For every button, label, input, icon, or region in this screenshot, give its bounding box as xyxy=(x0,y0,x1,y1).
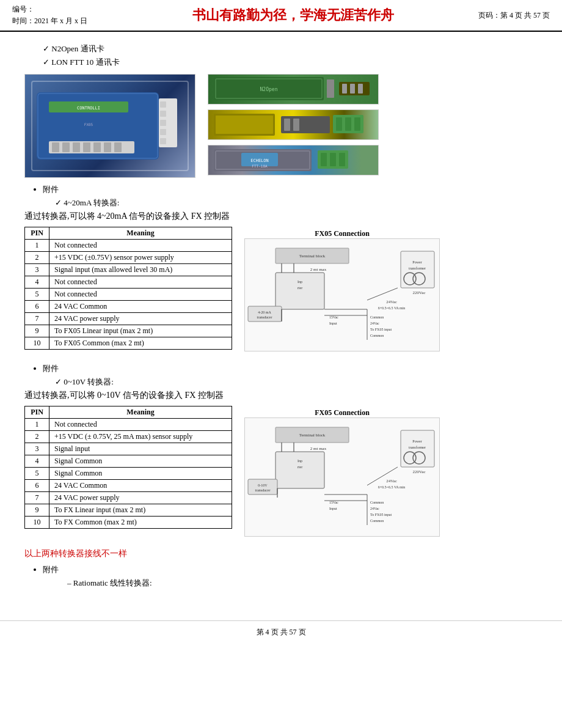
meaning-col-header: Meaning xyxy=(49,227,232,240)
svg-rect-1 xyxy=(38,94,158,158)
page-body: N2Open 通讯卡 LON FTT 10 通讯卡 CONTROLLI xyxy=(0,32,562,608)
section2-desc: 通过转换器,可以将 0~10V 信号的设备接入 FX 控制器 xyxy=(24,390,538,401)
svg-text:24Vac: 24Vac xyxy=(370,507,379,510)
svg-text:Input: Input xyxy=(329,322,337,325)
fx05-connection-svg-1: Terminal block Inp rter 4-20 mA transduc… xyxy=(244,238,440,351)
svg-text:2 mt max: 2 mt max xyxy=(310,446,327,451)
svg-rect-13 xyxy=(73,142,80,152)
table-row: 10To FX Common (max 2 mt) xyxy=(25,517,232,529)
section2-diagram-title: FX05 Connection xyxy=(244,406,440,417)
svg-text:Common: Common xyxy=(370,519,384,523)
svg-text:Inp: Inp xyxy=(297,280,302,284)
section1-diagram-title: FX05 Connection xyxy=(244,227,440,238)
svg-rect-44 xyxy=(339,153,345,166)
section1-bullet-list: 附件 xyxy=(24,184,538,195)
checklist-item-2: LON FTT 10 通讯卡 xyxy=(24,57,538,68)
pin-col-header2: PIN xyxy=(25,406,49,419)
table-row: 624 VAC Common xyxy=(25,480,232,492)
svg-text:Common: Common xyxy=(370,315,384,319)
svg-rect-28 xyxy=(216,116,273,134)
section1-bullet: 附件 xyxy=(43,184,538,195)
svg-rect-11 xyxy=(52,142,59,152)
comm-card-3: ECHELON FTT-10A xyxy=(208,145,379,175)
side-images: N2Open xyxy=(208,74,379,178)
svg-text:220Vac: 220Vac xyxy=(413,469,426,474)
svg-rect-12 xyxy=(62,142,70,152)
svg-text:ECHELON: ECHELON xyxy=(250,158,269,163)
table-row: 3Signal input xyxy=(25,443,232,455)
svg-text:FTT-10A: FTT-10A xyxy=(252,164,268,168)
svg-text:Inp: Inp xyxy=(297,459,302,463)
section3-block: 附件 Ratiomatic 线性转换器: xyxy=(24,564,538,589)
table-row: 10To FX05 Common (max 2 mt) xyxy=(25,337,232,350)
section1-pin-table: PIN Meaning 1Not connected2+15 VDC (±0.7… xyxy=(24,227,232,350)
svg-rect-10 xyxy=(49,141,134,153)
note-red: 以上两种转换器接线不一样 xyxy=(24,548,538,559)
svg-text:0-10V: 0-10V xyxy=(258,483,268,487)
svg-rect-5 xyxy=(160,101,166,108)
svg-text:To FX05 input: To FX05 input xyxy=(370,328,392,331)
svg-rect-35 xyxy=(354,117,360,131)
section1-checkmark: 4~20mA 转换器: xyxy=(55,197,538,208)
fx05-connection-svg-2: Terminal block Inp rter 0-10V transducer xyxy=(244,417,440,537)
svg-text:CONTROLLI: CONTROLLI xyxy=(77,106,100,111)
footer-text: 第 4 页 共 57 页 xyxy=(257,628,306,636)
svg-rect-17 xyxy=(114,142,122,152)
svg-text:4-20 mA: 4-20 mA xyxy=(258,311,271,314)
svg-text:6+0.5=6.5 VA min: 6+0.5=6.5 VA min xyxy=(378,485,406,489)
table-row: 9To FX Linear input (max 2 mt) xyxy=(25,504,232,517)
table-row: 4Not connected xyxy=(25,276,232,289)
page-info: 页码：第 4 页 共 57 页 xyxy=(452,10,550,21)
svg-rect-4 xyxy=(159,98,177,147)
section3-bullet: 附件 xyxy=(43,564,538,575)
svg-text:Common: Common xyxy=(370,501,384,504)
svg-rect-31 xyxy=(293,119,299,131)
mixed-board-svg xyxy=(211,110,376,139)
section2-connection-diagram: FX05 Connection Terminal block Inp rter … xyxy=(244,406,440,539)
svg-text:transformer: transformer xyxy=(409,267,426,270)
svg-text:Common: Common xyxy=(370,334,384,337)
table-row: 3Signal input (max allowed level 30 mA) xyxy=(25,264,232,276)
code-label: 编号： xyxy=(12,4,134,15)
header-left: 编号： 时间：2021 年 x 月 x 日 xyxy=(12,4,134,27)
checklist: N2Open 通讯卡 LON FTT 10 通讯卡 xyxy=(24,43,538,68)
svg-rect-24 xyxy=(342,84,347,94)
svg-text:transducer: transducer xyxy=(255,488,271,492)
section1-connection-diagram: FX05 Connection Terminal block Inp rter … xyxy=(244,227,440,354)
svg-rect-25 xyxy=(350,84,355,94)
svg-text:220Vac: 220Vac xyxy=(413,290,426,295)
svg-text:Power: Power xyxy=(412,439,422,443)
comm-card-1: N2Open xyxy=(208,74,379,105)
svg-rect-9 xyxy=(160,138,166,144)
section2-bullet: 附件 xyxy=(43,363,538,374)
svg-text:FX05: FX05 xyxy=(84,122,93,127)
meaning-col-header2: Meaning xyxy=(49,406,232,419)
svg-line-75 xyxy=(367,288,398,300)
svg-text:transducer: transducer xyxy=(257,315,272,319)
svg-rect-26 xyxy=(358,84,363,94)
svg-rect-34 xyxy=(345,117,351,131)
echelon-board-svg: ECHELON FTT-10A xyxy=(211,145,376,175)
table-row: 5Signal Common xyxy=(25,468,232,480)
pin-col-header: PIN xyxy=(25,227,49,240)
table-row: 2+15 VDC (± 0.75V, 25 mA max) sensor sup… xyxy=(25,431,232,443)
svg-rect-7 xyxy=(160,120,166,126)
svg-text:Power: Power xyxy=(412,260,422,264)
svg-rect-0 xyxy=(37,92,159,160)
section2-table-diagram: PIN Meaning 1Not connected2+15 VDC (± 0.… xyxy=(24,406,538,539)
svg-text:24Vac: 24Vac xyxy=(386,479,397,483)
green-board-svg: N2Open xyxy=(211,75,376,104)
svg-text:Terminal block: Terminal block xyxy=(299,254,326,259)
table-row: 2+15 VDC (±0.75V) sensor power supply xyxy=(25,252,232,264)
svg-rect-14 xyxy=(83,142,90,152)
svg-rect-78 xyxy=(276,452,324,488)
device-svg: CONTROLLI FX05 xyxy=(31,80,189,172)
page-footer: 第 4 页 共 57 页 xyxy=(0,620,562,644)
section2-bullet-list: 附件 xyxy=(24,363,538,374)
section2-pin-table: PIN Meaning 1Not connected2+15 VDC (± 0.… xyxy=(24,406,232,529)
main-device-image: CONTROLLI FX05 xyxy=(24,74,195,178)
table-row: 5Not connected xyxy=(25,289,232,301)
svg-text:To FX05 input: To FX05 input xyxy=(370,513,392,517)
table-row: 4Signal Common xyxy=(25,455,232,468)
svg-rect-16 xyxy=(104,142,111,152)
